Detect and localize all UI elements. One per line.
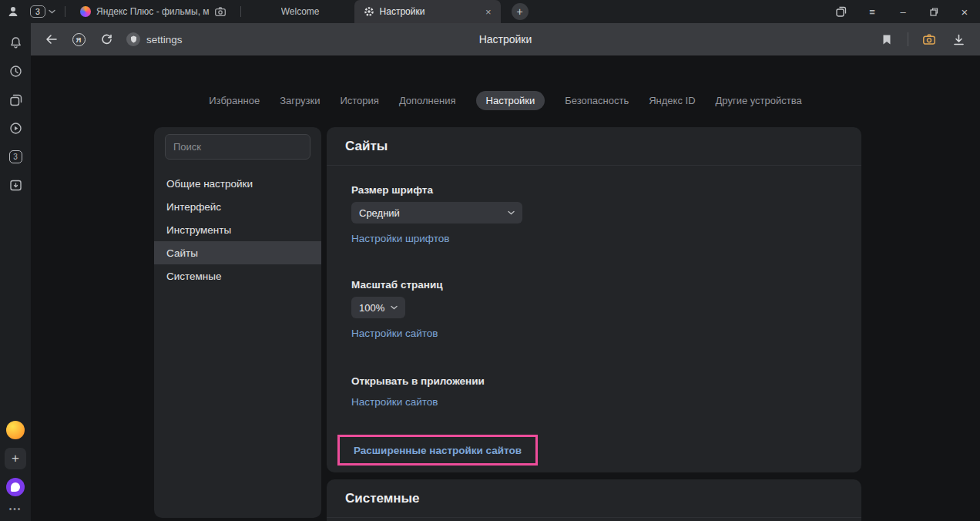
yandex-service-icon[interactable]	[6, 421, 25, 439]
bell-icon	[9, 36, 22, 49]
downloads-button[interactable]	[945, 23, 972, 55]
tab-count: 3	[30, 5, 45, 18]
camera-icon	[215, 7, 226, 16]
font-size-label: Размер шрифта	[351, 184, 843, 196]
side-panel-button[interactable]	[826, 0, 857, 23]
system-panel-title: Системные	[327, 479, 861, 518]
nav-tab-history[interactable]: История	[340, 95, 378, 106]
stacked-cards-icon	[9, 93, 22, 106]
nav-tab-favorites[interactable]: Избранное	[209, 95, 260, 106]
chevron-down-icon	[391, 305, 398, 310]
browser-tab-bar: 3 Яндекс Плюс - фильмы, м Welcome Настро…	[0, 0, 980, 23]
nav-tab-settings[interactable]: Настройки	[476, 91, 545, 110]
nav-tab-other-devices[interactable]: Другие устройства	[716, 95, 802, 106]
reload-button[interactable]	[92, 23, 120, 55]
devices-button[interactable]	[9, 179, 22, 192]
collections-button[interactable]	[9, 93, 22, 106]
device-download-icon	[9, 179, 22, 192]
tab-title: Настройки	[380, 6, 425, 17]
address-bar[interactable]: settings	[126, 32, 183, 46]
gear-icon	[364, 6, 374, 17]
yandex-button[interactable]: Я	[65, 23, 92, 55]
menu-item-tools[interactable]: Инструменты	[154, 218, 321, 241]
site-settings-link-zoom[interactable]: Настройки сайтов	[351, 328, 438, 339]
system-panel: Системные	[327, 479, 861, 521]
tab-title: Welcome	[281, 6, 320, 17]
site-security-badge[interactable]	[126, 32, 140, 46]
settings-menu-list: Общие настройки Интерфейс Инструменты Са…	[154, 172, 321, 287]
nav-tab-security[interactable]: Безопасность	[565, 95, 629, 106]
shield-icon	[130, 35, 137, 43]
settings-search-input[interactable]	[165, 134, 310, 160]
app-sidebar: 3 + •••	[0, 23, 31, 521]
new-tab-button[interactable]: +	[512, 3, 529, 20]
add-service-button[interactable]: +	[5, 448, 26, 469]
chevron-down-icon	[508, 210, 515, 215]
clock-icon	[9, 65, 22, 78]
menu-item-sites[interactable]: Сайты	[154, 241, 321, 264]
back-button[interactable]	[37, 23, 65, 55]
back-arrow-icon	[45, 34, 58, 45]
site-settings-link-app[interactable]: Настройки сайтов	[351, 396, 438, 408]
tab-count-badge: 3	[9, 150, 22, 163]
menu-item-interface[interactable]: Интерфейс	[154, 195, 321, 218]
toolbar-actions	[873, 23, 980, 55]
browser-toolbar: Я settings Настройки	[31, 23, 980, 55]
page-zoom-label: Масштаб страниц	[351, 279, 843, 291]
reload-icon	[101, 34, 112, 45]
menu-item-general[interactable]: Общие настройки	[154, 172, 321, 195]
nav-tab-downloads[interactable]: Загрузки	[280, 95, 320, 106]
tab-settings[interactable]: Настройки ×	[354, 0, 501, 23]
camera-icon	[923, 34, 935, 45]
tab-welcome[interactable]: Welcome	[247, 0, 354, 23]
close-window-button[interactable]: ×	[949, 0, 980, 23]
yandex-plus-favicon	[80, 6, 91, 17]
tab-close-icon[interactable]: ×	[485, 7, 492, 17]
video-button[interactable]	[9, 122, 22, 135]
settings-page: Избранное Загрузки История Дополнения На…	[31, 55, 980, 521]
page-zoom-select[interactable]: 100%	[351, 297, 405, 318]
divider	[908, 32, 908, 46]
nav-tab-yandex-id[interactable]: Яндекс ID	[649, 95, 695, 106]
download-icon	[953, 34, 965, 45]
history-button[interactable]	[9, 65, 22, 78]
bookmark-icon	[882, 34, 891, 45]
tab-title: Яндекс Плюс - фильмы, м	[96, 6, 210, 17]
open-in-app-label: Открывать в приложении	[351, 375, 843, 387]
profile-icon	[7, 5, 19, 18]
menu-item-system[interactable]: Системные	[154, 264, 321, 287]
chevron-down-icon	[49, 9, 55, 14]
profile-button[interactable]	[0, 5, 26, 18]
restore-button[interactable]	[918, 0, 949, 23]
divider	[240, 6, 241, 17]
font-size-select[interactable]: Средний	[351, 202, 522, 224]
highlight-annotation-box: Расширенные настройки сайтов	[337, 435, 538, 466]
screenshot-button[interactable]	[915, 23, 943, 55]
settings-menu-card: Общие настройки Интерфейс Инструменты Са…	[154, 127, 321, 518]
alice-icon[interactable]	[6, 478, 25, 496]
play-circle-icon	[9, 122, 22, 135]
minimize-button[interactable]: –	[888, 0, 918, 23]
advanced-site-settings-link[interactable]: Расширенные настройки сайтов	[354, 445, 522, 456]
nav-tab-extensions[interactable]: Дополнения	[399, 95, 456, 106]
bookmark-button[interactable]	[873, 23, 901, 55]
panels-icon	[836, 6, 847, 17]
sites-panel: Сайты Размер шрифта Средний Настройки шр…	[327, 127, 861, 472]
font-settings-link[interactable]: Настройки шрифтов	[351, 233, 449, 244]
notifications-button[interactable]	[9, 36, 22, 49]
address-text: settings	[146, 34, 183, 45]
menu-button[interactable]: ≡	[857, 0, 888, 23]
page-zoom-value: 100%	[359, 302, 384, 314]
tab-counter-button[interactable]: 3	[26, 5, 59, 18]
restore-icon	[930, 8, 938, 16]
sites-panel-title: Сайты	[327, 127, 861, 166]
settings-nav-tabs: Избранное Загрузки История Дополнения На…	[31, 91, 980, 110]
yandex-logo-icon: Я	[72, 33, 86, 46]
divider	[65, 6, 65, 17]
tabs-panel-button[interactable]: 3	[9, 150, 22, 163]
font-size-value: Средний	[359, 207, 400, 219]
tab-yandex-plus[interactable]: Яндекс Плюс - фильмы, м	[71, 0, 235, 23]
window-controls: ≡ – ×	[826, 0, 980, 23]
more-services-button[interactable]: •••	[9, 505, 22, 513]
